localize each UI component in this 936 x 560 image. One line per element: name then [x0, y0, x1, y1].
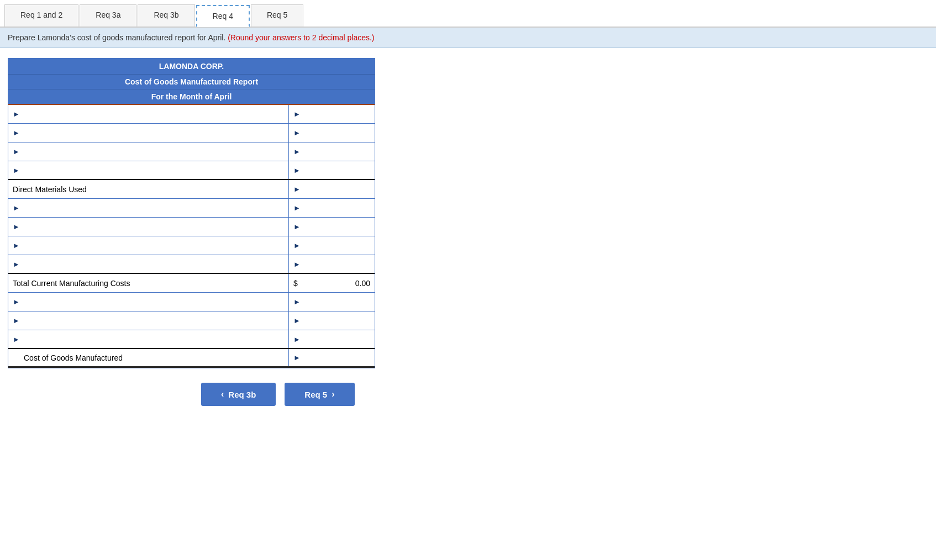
arrow-icon-11: ► [13, 316, 20, 325]
row-3-value-input[interactable] [302, 166, 370, 175]
row-10-value-input[interactable] [302, 298, 370, 307]
row-0-label-input[interactable] [22, 110, 284, 119]
report-body: ► ► ► ► [8, 105, 375, 368]
row-11-value: ► [289, 311, 375, 330]
arrow-icon-8: ► [13, 260, 20, 268]
arrow-icon-7: ► [13, 241, 20, 250]
row-2-value-input[interactable] [302, 147, 370, 156]
arrow-icon-val-8: ► [293, 260, 301, 268]
prev-button[interactable]: ‹ Req 3b [201, 383, 276, 406]
table-row: ► ► [8, 236, 375, 255]
row-4-value-input[interactable] [302, 185, 370, 194]
arrow-icon-val-3: ► [293, 166, 301, 175]
row-4-value: ► [289, 180, 375, 198]
table-row: ► ► [8, 142, 375, 161]
row-2-value: ► [289, 142, 375, 161]
row-2-label-input[interactable] [22, 147, 284, 156]
direct-materials-label: Direct Materials Used [13, 185, 87, 194]
tab-req5[interactable]: Req 5 [251, 4, 303, 27]
row-3-value: ► [289, 161, 375, 179]
row-5-value-input[interactable] [302, 204, 370, 213]
arrow-icon-val-2: ► [293, 147, 301, 156]
table-row: ► ► [8, 293, 375, 311]
arrow-icon-2: ► [13, 147, 20, 156]
table-row: ► ► [8, 105, 375, 124]
row-6-value-input[interactable] [302, 223, 370, 231]
instruction-bar: Prepare Lamonda’s cost of goods manufact… [0, 28, 936, 48]
arrow-icon-val-7: ► [293, 241, 301, 250]
row-12-label-input[interactable] [22, 335, 284, 344]
row-8-value-input[interactable] [302, 260, 370, 268]
row-10-label-input[interactable] [22, 298, 284, 307]
dollar-sign-9: $ [293, 279, 298, 288]
row-7-value-input[interactable] [302, 241, 370, 250]
row-5-label-input[interactable] [22, 204, 284, 213]
table-row: ► ► [8, 330, 375, 349]
row-13-value-input[interactable] [302, 353, 370, 362]
table-row: ► ► [8, 161, 375, 180]
row-5-value: ► [289, 199, 375, 217]
report-period: For the Month of April [8, 89, 375, 105]
row-7-label: ► [8, 236, 289, 255]
row-1-value: ► [289, 124, 375, 142]
arrow-icon-val-0: ► [293, 110, 301, 118]
instruction-text: Prepare Lamonda’s cost of goods manufact… [8, 33, 225, 42]
table-row: Direct Materials Used ► [8, 180, 375, 199]
row-10-label: ► [8, 293, 289, 311]
row-1-label: ► [8, 124, 289, 142]
main-content: LAMONDA CORP. Cost of Goods Manufactured… [0, 48, 936, 417]
row-10-value: ► [289, 293, 375, 311]
nav-buttons: ‹ Req 3b Req 5 › [8, 383, 928, 406]
cogm-label: Cost of Goods Manufactured [24, 353, 123, 362]
row-6-value: ► [289, 218, 375, 236]
row-5-label: ► [8, 199, 289, 217]
row-11-value-input[interactable] [302, 316, 370, 325]
row-0-label: ► [8, 105, 289, 123]
arrow-icon-0: ► [13, 110, 20, 118]
report-container: LAMONDA CORP. Cost of Goods Manufactured… [8, 58, 375, 368]
tab-req4[interactable]: Req 4 [196, 5, 250, 27]
arrow-icon-val-4: ► [293, 185, 301, 193]
next-button[interactable]: Req 5 › [285, 383, 354, 406]
tabs-bar: Req 1 and 2 Req 3a Req 3b Req 4 Req 5 [0, 0, 936, 28]
table-row-total-current: Total Current Manufacturing Costs $ 0.00 [8, 274, 375, 293]
arrow-icon-val-1: ► [293, 129, 301, 137]
table-row-cogm: Cost of Goods Manufactured ► [8, 349, 375, 368]
arrow-icon-val-12: ► [293, 335, 301, 344]
instruction-highlight: (Round your answers to 2 decimal places.… [228, 33, 374, 42]
row-4-label: Direct Materials Used [8, 180, 289, 198]
row-1-value-input[interactable] [302, 129, 370, 138]
row-12-value-input[interactable] [302, 335, 370, 344]
row-3-label-input[interactable] [22, 166, 284, 175]
total-current-value: 0.00 [300, 279, 370, 288]
row-6-label: ► [8, 218, 289, 236]
row-8-label-input[interactable] [22, 260, 284, 268]
tab-req3b[interactable]: Req 3b [138, 4, 194, 27]
arrow-icon-3: ► [13, 166, 20, 175]
arrow-icon-val-5: ► [293, 204, 301, 212]
table-row: ► ► [8, 255, 375, 274]
row-3-label: ► [8, 161, 289, 179]
tab-req3a[interactable]: Req 3a [80, 4, 136, 27]
tab-req1and2[interactable]: Req 1 and 2 [4, 4, 78, 27]
row-13-label: Cost of Goods Manufactured [8, 349, 289, 366]
row-6-label-input[interactable] [22, 223, 284, 231]
row-0-value-input[interactable] [302, 110, 370, 119]
report-title: LAMONDA CORP. [8, 59, 375, 75]
report-subtitle: Cost of Goods Manufactured Report [8, 75, 375, 89]
arrow-icon-1: ► [13, 129, 20, 137]
prev-button-label: Req 3b [228, 390, 256, 399]
row-11-label-input[interactable] [22, 316, 284, 325]
table-row: ► ► [8, 124, 375, 142]
arrow-icon-12: ► [13, 335, 20, 344]
row-12-label: ► [8, 330, 289, 348]
row-8-value: ► [289, 255, 375, 273]
row-2-label: ► [8, 142, 289, 161]
row-7-value: ► [289, 236, 375, 255]
row-7-label-input[interactable] [22, 241, 284, 250]
row-11-label: ► [8, 311, 289, 330]
arrow-icon-10: ► [13, 298, 20, 306]
row-1-label-input[interactable] [22, 129, 284, 138]
row-9-value: $ 0.00 [289, 274, 375, 292]
chevron-left-icon: ‹ [221, 389, 224, 399]
